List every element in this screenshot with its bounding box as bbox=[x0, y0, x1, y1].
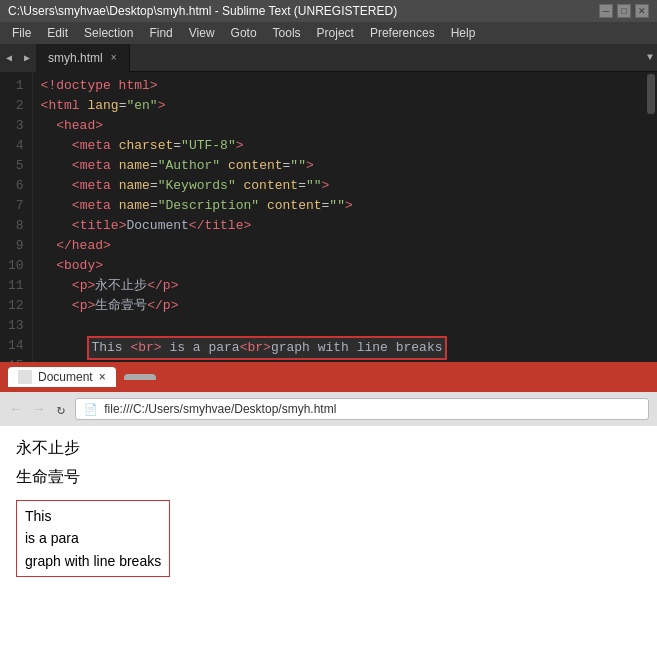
browser-content: 永不止步 生命壹号 Thisis a paragraph with line b… bbox=[0, 426, 657, 662]
address-icon: 📄 bbox=[84, 403, 98, 416]
browser-title-bar: Document × bbox=[0, 362, 657, 392]
code-line-6: <meta name="Keywords" content=""> bbox=[41, 176, 637, 196]
code-line-10: <body> bbox=[41, 256, 637, 276]
line-num-4: 4 bbox=[8, 136, 24, 156]
menu-project[interactable]: Project bbox=[309, 24, 362, 42]
browser-section: Document × ← → ↻ 📄 file:///C:/Users/smyh… bbox=[0, 362, 657, 662]
tab-dropdown-button[interactable]: ▼ bbox=[647, 52, 653, 63]
code-line-12: <p>生命壹号</p> bbox=[41, 296, 637, 316]
close-button[interactable]: ✕ bbox=[635, 4, 649, 18]
tab-next-button[interactable]: ▶ bbox=[18, 44, 36, 72]
tab-prev-button[interactable]: ◀ bbox=[0, 44, 18, 72]
code-line-1: <!doctype html> bbox=[41, 76, 637, 96]
line-num-11: 11 bbox=[8, 276, 24, 296]
code-line-8: <title>Document</title> bbox=[41, 216, 637, 236]
line-num-9: 9 bbox=[8, 236, 24, 256]
menu-file[interactable]: File bbox=[4, 24, 39, 42]
code-line-9: </head> bbox=[41, 236, 637, 256]
selection-highlight: This <br> is a para<br>graph with line b… bbox=[87, 336, 446, 360]
line-num-6: 6 bbox=[8, 176, 24, 196]
browser-paragraph-2: 生命壹号 bbox=[16, 467, 641, 488]
menu-selection[interactable]: Selection bbox=[76, 24, 141, 42]
tab-bar: ◀ ▶ smyh.html × ▼ bbox=[0, 44, 657, 72]
browser-nav-bar: ← → ↻ 📄 file:///C:/Users/smyhvae/Desktop… bbox=[0, 392, 657, 426]
menu-goto[interactable]: Goto bbox=[223, 24, 265, 42]
line-num-10: 10 bbox=[8, 256, 24, 276]
line-num-1: 1 bbox=[8, 76, 24, 96]
menu-edit[interactable]: Edit bbox=[39, 24, 76, 42]
browser-inactive-tab[interactable] bbox=[124, 374, 156, 380]
code-line-4: <meta charset="UTF-8"> bbox=[41, 136, 637, 156]
tab-filename: smyh.html bbox=[48, 51, 103, 65]
tab-close-button[interactable]: × bbox=[111, 52, 117, 63]
address-bar[interactable]: 📄 file:///C:/Users/smyhvae/Desktop/smyh.… bbox=[75, 398, 649, 420]
browser-box: Thisis a paragraph with line breaks bbox=[16, 500, 170, 577]
browser-tab-label: Document bbox=[38, 370, 93, 384]
browser-active-tab[interactable]: Document × bbox=[8, 367, 116, 387]
reload-button[interactable]: ↻ bbox=[53, 399, 69, 420]
line-num-2: 2 bbox=[8, 96, 24, 116]
line-num-13: 13 bbox=[8, 316, 24, 336]
minimize-button[interactable]: ─ bbox=[599, 4, 613, 18]
menu-view[interactable]: View bbox=[181, 24, 223, 42]
menu-bar: File Edit Selection Find View Goto Tools… bbox=[0, 22, 657, 44]
code-line-5: <meta name="Author" content=""> bbox=[41, 156, 637, 176]
editor-tab[interactable]: smyh.html × bbox=[36, 44, 130, 72]
line-num-5: 5 bbox=[8, 156, 24, 176]
code-line-13: This <br> is a para<br>graph with line b… bbox=[41, 316, 637, 362]
back-button[interactable]: ← bbox=[8, 399, 24, 419]
forward-button[interactable]: → bbox=[30, 399, 46, 419]
browser-paragraph-1: 永不止步 bbox=[16, 438, 641, 459]
line-num-7: 7 bbox=[8, 196, 24, 216]
address-url: file:///C:/Users/smyhvae/Desktop/smyh.ht… bbox=[104, 402, 336, 416]
scrollbar-thumb[interactable] bbox=[647, 74, 655, 114]
line-num-8: 8 bbox=[8, 216, 24, 236]
title-bar: C:\Users\smyhvae\Desktop\smyh.html - Sub… bbox=[0, 0, 657, 22]
browser-tab-close[interactable]: × bbox=[99, 370, 106, 384]
line-numbers: 1 2 3 4 5 6 7 8 9 10 11 12 13 14 15 bbox=[0, 72, 33, 362]
menu-help[interactable]: Help bbox=[443, 24, 484, 42]
line-num-12: 12 bbox=[8, 296, 24, 316]
menu-tools[interactable]: Tools bbox=[265, 24, 309, 42]
title-text: C:\Users\smyhvae\Desktop\smyh.html - Sub… bbox=[8, 4, 397, 18]
code-line-2: <html lang="en"> bbox=[41, 96, 637, 116]
code-line-7: <meta name="Description" content=""> bbox=[41, 196, 637, 216]
line-num-15: 15 bbox=[8, 356, 24, 362]
title-bar-controls: ─ □ ✕ bbox=[599, 4, 649, 18]
code-area[interactable]: <!doctype html> <html lang="en"> <head> … bbox=[33, 72, 645, 362]
editor-scrollbar[interactable] bbox=[645, 72, 657, 362]
code-line-3: <head> bbox=[41, 116, 637, 136]
editor: 1 2 3 4 5 6 7 8 9 10 11 12 13 14 15 <!do… bbox=[0, 72, 657, 362]
maximize-button[interactable]: □ bbox=[617, 4, 631, 18]
browser-tab-icon bbox=[18, 370, 32, 384]
line-num-3: 3 bbox=[8, 116, 24, 136]
code-line-11: <p>永不止步</p> bbox=[41, 276, 637, 296]
menu-find[interactable]: Find bbox=[141, 24, 180, 42]
menu-preferences[interactable]: Preferences bbox=[362, 24, 443, 42]
line-num-14: 14 bbox=[8, 336, 24, 356]
